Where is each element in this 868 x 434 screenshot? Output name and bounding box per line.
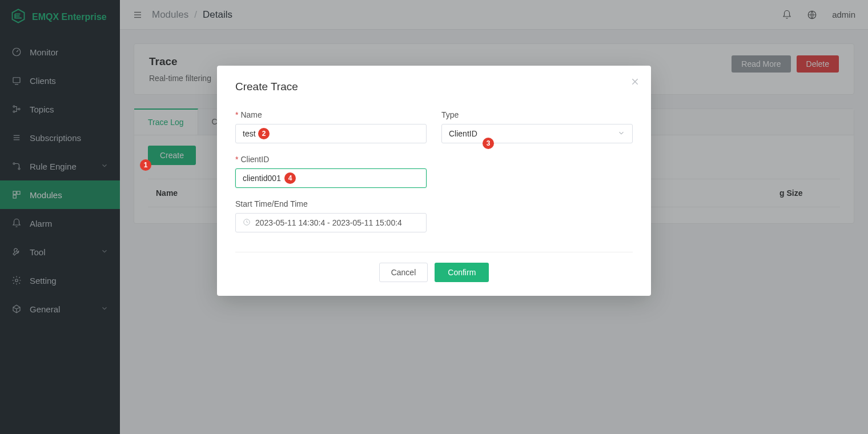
type-select[interactable]: ClientID [441,124,633,143]
time-label: Start Time/End Time [235,199,427,208]
modal-overlay: Create Trace *Name Type ClientID *Client… [0,0,868,434]
field-name: *Name [235,110,427,143]
time-range-input[interactable]: 2023-05-11 14:30:4 - 2023-05-11 15:00:4 [235,213,427,232]
type-label: Type [441,110,633,119]
name-input[interactable] [235,124,427,143]
cancel-button[interactable]: Cancel [379,263,428,282]
clock-icon [243,218,251,228]
field-time: Start Time/End Time 2023-05-11 14:30:4 -… [235,199,427,232]
dialog-title: Create Trace [235,81,633,93]
chevron-down-icon [617,129,625,139]
create-trace-dialog: Create Trace *Name Type ClientID *Client… [217,66,651,296]
type-value: ClientID [449,129,477,138]
field-type: Type ClientID [441,110,633,143]
dialog-close-button[interactable] [629,76,641,87]
clientid-label: *ClientID [235,155,427,164]
field-clientid: *ClientID [235,155,427,188]
clientid-input[interactable] [235,168,427,188]
time-range-value: 2023-05-11 14:30:4 - 2023-05-11 15:00:4 [255,218,402,227]
name-label: *Name [235,110,427,119]
confirm-button[interactable]: Confirm [435,263,489,282]
dialog-footer: Cancel Confirm [235,252,633,282]
